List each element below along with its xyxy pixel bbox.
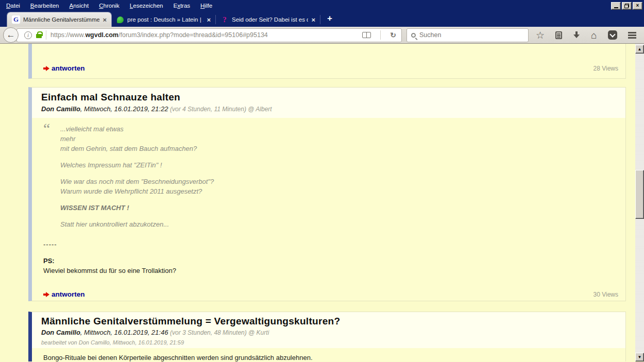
scroll-up-button[interactable]: ▲	[635, 45, 644, 54]
menu-extras[interactable]: Extras	[168, 1, 195, 10]
tab-bar: G Männliche Genitalverstümmel... × pre p…	[0, 11, 644, 27]
tab-close-icon[interactable]: ×	[207, 16, 211, 23]
menu-lesezeichen[interactable]: Lesezeichen	[125, 1, 168, 10]
views-count: 30 Views	[594, 291, 618, 298]
quote-block: “ ...vielleicht mal etwas mehr mit dem G…	[43, 124, 618, 236]
titlebar: Datei Bearbeiten Ansicht Chronik Lesezei…	[0, 0, 644, 11]
reply-arrow-icon	[43, 292, 49, 297]
post-author[interactable]: Don Camillo	[41, 105, 80, 113]
minimize-icon	[614, 7, 618, 8]
search-icon	[411, 33, 416, 38]
menu-ansicht[interactable]: Ansicht	[65, 1, 94, 10]
reply-arrow-icon	[43, 66, 49, 71]
tab-seid-oder-seit[interactable]: ? Seid oder Seit? Dabei ist es d... ×	[216, 12, 320, 27]
restore-button[interactable]	[622, 2, 632, 10]
post-byline: Don Camillo, Mittwoch, 16.01.2019, 21:46…	[41, 329, 616, 337]
signature-separator: -----	[43, 239, 618, 249]
tab-close-icon[interactable]: ×	[103, 16, 107, 23]
search-input[interactable]	[419, 31, 524, 39]
post-maennliche-genitalverstuemmelung: Männliche Genitalverstümmelung = Vergewa…	[28, 312, 626, 361]
post-byline: Don Camillo, Mittwoch, 16.01.2019, 21:22…	[41, 105, 616, 113]
vertical-scrollbar[interactable]: ▲ ▼	[635, 44, 644, 361]
reply-link[interactable]: antworten	[43, 290, 85, 298]
page-info-icon[interactable]: i	[24, 31, 32, 39]
forum-page: antworten 28 Views Einfach mal Schnauze …	[0, 44, 635, 361]
new-tab-button[interactable]: +	[320, 13, 339, 27]
navigation-toolbar: ← i https://www.wgvdl.com/forum3/index.p…	[0, 27, 644, 44]
pocket-icon[interactable]	[608, 30, 617, 40]
quote-icon: “	[43, 124, 55, 236]
minimize-button[interactable]	[611, 2, 621, 10]
scrollbar-thumb[interactable]	[635, 170, 644, 219]
window-controls: ×	[611, 2, 642, 10]
views-count: 28 Views	[594, 65, 618, 72]
home-icon[interactable]: ⌂	[591, 30, 597, 40]
close-icon: ×	[636, 3, 639, 8]
search-box[interactable]	[406, 28, 529, 42]
post-einfach-mal-schnauze-halten: Einfach mal Schnauze halten Don Camillo,…	[28, 87, 626, 301]
url-text[interactable]: https://www.wgvdl.com/forum3/index.php?m…	[50, 31, 357, 39]
scroll-down-button[interactable]: ▼	[635, 353, 644, 361]
menu-bearbeiten[interactable]: Bearbeiten	[26, 1, 64, 10]
tab-pre-post-latein[interactable]: pre post : Deutsch » Latein | ... ×	[111, 12, 215, 27]
ps-text: Wieviel bekommst du für so eine Trollakt…	[43, 266, 618, 275]
reload-icon[interactable]: ↻	[390, 31, 396, 39]
downloads-icon[interactable]	[573, 31, 580, 39]
hamburger-menu-icon[interactable]	[628, 32, 636, 33]
library-icon[interactable]	[555, 31, 562, 39]
tab-active-genitalverstuemmelung[interactable]: G Männliche Genitalverstümmel... ×	[7, 12, 111, 27]
url-bar[interactable]: i https://www.wgvdl.com/forum3/index.php…	[16, 28, 402, 42]
ssl-lock-icon[interactable]	[36, 34, 42, 38]
browser-viewport: antworten 28 Views Einfach mal Schnauze …	[0, 44, 644, 361]
post-author[interactable]: Don Camillo	[41, 329, 80, 336]
menu-hilfe[interactable]: Hilfe	[196, 1, 217, 10]
close-button[interactable]: ×	[633, 2, 642, 10]
post-title: Männliche Genitalverstümmelung = Vergewa…	[41, 316, 616, 327]
bookmark-star-icon[interactable]: ☆	[536, 30, 545, 40]
reply-link[interactable]: antworten	[43, 64, 85, 72]
ps-label: PS:	[43, 256, 618, 266]
site-favicon-g: G	[12, 15, 20, 24]
menu-datei[interactable]: Datei	[2, 1, 25, 10]
menubar: Datei Bearbeiten Ansicht Chronik Lesezei…	[2, 1, 217, 10]
reader-mode-icon[interactable]	[362, 32, 371, 38]
menu-chronik[interactable]: Chronik	[94, 1, 124, 10]
post-partial-top: antworten 28 Views	[28, 44, 626, 79]
back-button[interactable]: ←	[3, 27, 19, 43]
post-title: Einfach mal Schnauze halten	[41, 92, 616, 103]
tab-close-icon[interactable]: ×	[311, 16, 315, 23]
edited-note: bearbeitet von Don Camillo, Mittwoch, 16…	[41, 339, 616, 346]
balloon-favicon	[117, 16, 124, 23]
question-favicon: ?	[221, 15, 229, 24]
post-body-text: Bongo-Rituale bei denen Körperteile abge…	[43, 354, 618, 361]
restore-icon	[624, 4, 629, 8]
